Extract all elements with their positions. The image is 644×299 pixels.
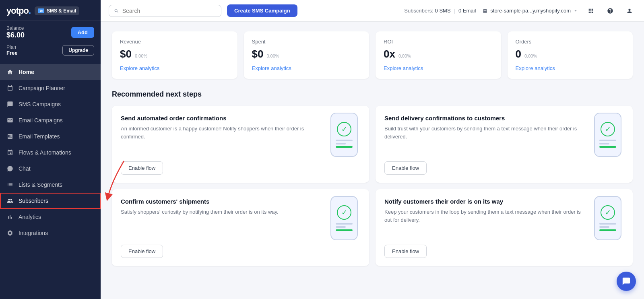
stat-change: 0.00% [266, 54, 279, 58]
enable-flow-button-order[interactable]: Enable flow [121, 161, 163, 175]
card-illustration: ✓ [328, 198, 360, 238]
explore-analytics-link[interactable]: Explore analytics [384, 65, 423, 71]
chat-fab-icon [622, 277, 631, 286]
enable-flow-button-shipments[interactable]: Enable flow [121, 245, 163, 258]
stat-change: 0.00% [524, 54, 537, 58]
integrations-icon [6, 229, 14, 237]
sidebar-item-flows[interactable]: Flows & Automations [0, 144, 101, 161]
plan-area: Plan Free Upgrade [0, 44, 101, 61]
stat-change: 0.00% [135, 54, 147, 58]
sidebar-item-label: Email Campaigns [19, 117, 63, 124]
create-sms-campaign-button[interactable]: Create SMS Campaign [227, 4, 297, 17]
subscribers-label: Subscribers: [404, 8, 433, 14]
card-desc: Satisfy shoppers' curiosity by notifying… [121, 208, 322, 216]
calendar-icon [6, 85, 14, 92]
main-area: Create SMS Campaign Subscribers: 0 SMS |… [101, 0, 644, 299]
sidebar-header: yotpo. ✉ SMS & Email [0, 0, 101, 21]
store-selector[interactable]: store-sample-pa...y.myshopify.com [482, 8, 578, 14]
sidebar-item-label: Lists & Segments [19, 181, 62, 188]
list-icon [6, 181, 14, 188]
search-icon [114, 8, 119, 14]
stat-value: $0 [252, 48, 264, 60]
stat-card-roi: ROI 0x 0.00% Explore analytics [376, 31, 501, 79]
chevron-down-icon [573, 8, 578, 13]
search-input[interactable] [122, 8, 216, 14]
enable-flow-button-on-way[interactable]: Enable flow [384, 245, 427, 258]
help-icon [607, 8, 613, 14]
sidebar-item-analytics[interactable]: Analytics [0, 209, 101, 225]
chat-icon [6, 165, 14, 172]
enable-flow-button-delivery[interactable]: Enable flow [384, 161, 427, 175]
card-desc: Keep your customers in the loop by sendi… [384, 208, 585, 224]
sidebar: yotpo. ✉ SMS & Email Balance $6.00 Add P… [0, 0, 101, 299]
grid-apps-button[interactable] [584, 4, 597, 17]
explore-analytics-link[interactable]: Explore analytics [516, 65, 555, 71]
step-card-order-on-way: Notify customers their order is on its w… [376, 189, 633, 266]
stat-label: ROI [384, 39, 493, 45]
sidebar-item-integrations[interactable]: Integrations [0, 225, 101, 241]
sidebar-item-chat[interactable]: Chat [0, 161, 101, 177]
stat-change: 0.00% [398, 54, 411, 58]
card-title: Confirm customers' shipments [121, 198, 322, 205]
card-title: Send delivery confirmations to customers [384, 115, 585, 122]
sidebar-item-subscribers[interactable]: Subscribers [0, 193, 101, 209]
sidebar-item-label: Chat [19, 165, 31, 172]
sidebar-item-email-templates[interactable]: Email Templates [0, 128, 101, 144]
sidebar-item-label: Subscribers [19, 198, 48, 204]
add-balance-button[interactable]: Add [71, 27, 94, 38]
step-card-delivery-confirmations: Send delivery confirmations to customers… [376, 106, 633, 183]
sms-email-icon: ✉ [38, 8, 44, 13]
product-badge: ✉ SMS & Email [35, 6, 79, 15]
sidebar-item-label: Analytics [19, 214, 41, 220]
sidebar-item-email-campaigns[interactable]: Email Campaigns [0, 112, 101, 128]
help-button[interactable] [604, 4, 617, 17]
stat-label: Spent [252, 39, 361, 45]
search-box[interactable] [109, 5, 221, 17]
store-icon [482, 8, 488, 14]
stat-value: 0 [516, 48, 521, 60]
stat-label: Orders [516, 39, 625, 45]
sms-icon [6, 101, 14, 108]
recommended-section: Recommended next steps Send automated or… [112, 90, 633, 266]
sidebar-item-label: Email Templates [19, 133, 60, 140]
sidebar-item-campaign-planner[interactable]: Campaign Planner [0, 80, 101, 96]
chat-fab-button[interactable] [617, 272, 636, 291]
logo: yotpo. [6, 6, 31, 16]
check-circle-icon: ✓ [601, 122, 615, 136]
home-icon [6, 68, 14, 76]
account-button[interactable] [623, 4, 636, 17]
store-name: store-sample-pa...y.myshopify.com [490, 8, 571, 14]
card-illustration: ✓ [592, 115, 624, 155]
check-circle-icon: ✓ [337, 122, 351, 136]
nav-list: Home Campaign Planner SMS Campaigns Emai… [0, 61, 101, 299]
upgrade-button[interactable]: Upgrade [62, 45, 94, 56]
balance-area: Balance $6.00 Add [0, 21, 101, 44]
sidebar-item-sms-campaigns[interactable]: SMS Campaigns [0, 96, 101, 112]
plan-label: Plan [6, 44, 17, 50]
explore-analytics-link[interactable]: Explore analytics [120, 65, 159, 71]
plan-name: Free [6, 50, 17, 56]
section-title: Recommended next steps [112, 90, 633, 99]
step-card-order-confirmations: Send automated order confirmations An in… [112, 106, 369, 183]
card-illustration: ✓ [592, 198, 624, 238]
flow-icon [6, 149, 14, 156]
card-title: Notify customers their order is on its w… [384, 198, 585, 205]
account-icon [626, 8, 633, 14]
sidebar-item-label: SMS Campaigns [19, 101, 61, 107]
sidebar-item-home[interactable]: Home [0, 64, 101, 80]
template-icon [6, 133, 14, 140]
stat-value: 0x [384, 48, 395, 60]
analytics-icon [6, 213, 14, 221]
stat-card-orders: Orders 0 0.00% Explore analytics [508, 31, 633, 79]
sidebar-item-lists[interactable]: Lists & Segments [0, 177, 101, 193]
sidebar-item-label: Flows & Automations [19, 149, 71, 156]
stat-label: Revenue [120, 39, 229, 45]
sidebar-item-label: Integrations [19, 230, 48, 236]
topbar: Create SMS Campaign Subscribers: 0 SMS |… [101, 0, 644, 22]
step-cards-grid: Send automated order confirmations An in… [112, 106, 633, 266]
stats-row: Revenue $0 0.00% Explore analytics Spent… [112, 31, 633, 79]
balance-label: Balance [6, 25, 25, 31]
explore-analytics-link[interactable]: Explore analytics [252, 65, 291, 71]
card-desc: An informed customer is a happy customer… [121, 125, 322, 140]
sms-count: 0 SMS [435, 8, 451, 14]
